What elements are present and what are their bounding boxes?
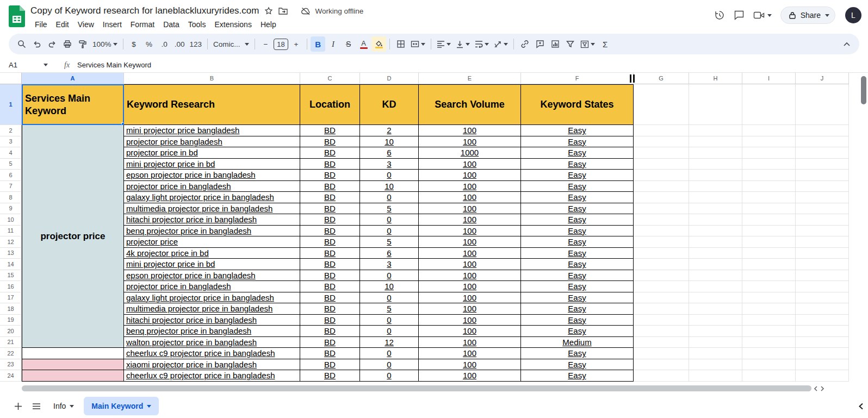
menu-file[interactable]: File (30, 18, 52, 30)
cell-j11[interactable] (796, 226, 849, 237)
cell-j5[interactable] (796, 159, 849, 170)
row-header-4[interactable]: 4 (0, 147, 22, 159)
cell-f20[interactable]: Easy (521, 326, 634, 337)
cell-a13[interactable] (22, 248, 124, 259)
cell-c22[interactable]: BD (300, 348, 360, 359)
cell-c2[interactable]: BD (300, 125, 360, 136)
row-header-3[interactable]: 3 (0, 136, 22, 148)
cell-b15[interactable]: epson projector price in bangladesh (124, 270, 300, 282)
cell-d9[interactable]: 5 (360, 203, 419, 215)
cell-g6[interactable] (634, 170, 689, 181)
cell-d24[interactable]: 0 (360, 370, 419, 382)
cell-f1[interactable]: Keyword States (521, 84, 634, 125)
cell-j22[interactable] (796, 348, 849, 359)
cell-d16[interactable]: 10 (360, 281, 419, 292)
cell-c9[interactable]: BD (300, 203, 360, 215)
cell-h11[interactable] (689, 226, 742, 237)
cell-b10[interactable]: hitachi projector price in bangladesh (124, 214, 300, 226)
cell-h21[interactable] (689, 337, 742, 348)
cell-h20[interactable] (689, 326, 742, 337)
cell-e10[interactable]: 100 (419, 214, 521, 226)
cell-j2[interactable] (796, 125, 849, 136)
cell-b7[interactable]: projector price in bangladesh (124, 181, 300, 192)
cell-h2[interactable] (689, 125, 742, 136)
cell-a4[interactable] (22, 147, 124, 159)
borders-button[interactable] (393, 36, 408, 52)
cell-h17[interactable] (689, 292, 742, 304)
column-header-g[interactable]: G (634, 73, 689, 84)
column-header-d[interactable]: D (360, 73, 419, 84)
row-header-11[interactable]: 11 (0, 226, 22, 237)
cell-b4[interactable]: projector price in bd (124, 147, 300, 159)
cell-h3[interactable] (689, 136, 742, 148)
cell-i20[interactable] (742, 326, 796, 337)
cell-i1[interactable] (742, 84, 796, 125)
cell-e17[interactable]: 100 (419, 292, 521, 304)
row-header-15[interactable]: 15 (0, 270, 22, 282)
cell-e19[interactable]: 100 (419, 315, 521, 326)
menu-insert[interactable]: Insert (98, 18, 126, 30)
cell-e22[interactable]: 100 (419, 348, 521, 359)
cell-i7[interactable] (742, 181, 796, 192)
filter-views-button[interactable] (578, 36, 597, 52)
cell-a1-selected[interactable]: Services Main Keyword (22, 84, 124, 125)
cell-j1[interactable] (796, 84, 849, 125)
cell-b8[interactable]: galaxy light projector price in banglade… (124, 192, 300, 203)
sheet-tab-info[interactable]: Info (46, 397, 82, 415)
cell-g16[interactable] (634, 281, 689, 292)
cell-h22[interactable] (689, 348, 742, 359)
cell-h12[interactable] (689, 236, 742, 248)
column-header-j[interactable]: J (796, 73, 849, 84)
menu-help[interactable]: Help (256, 18, 281, 30)
cell-b5[interactable]: mini projector price in bd (124, 159, 300, 170)
cell-i6[interactable] (742, 170, 796, 181)
cell-i12[interactable] (742, 236, 796, 248)
cell-a12[interactable] (22, 236, 124, 248)
cell-e1[interactable]: Search Volume (419, 84, 521, 125)
star-icon[interactable] (264, 7, 273, 15)
text-wrap-button[interactable] (473, 36, 491, 52)
cell-d6[interactable]: 0 (360, 170, 419, 181)
cell-i4[interactable] (742, 147, 796, 159)
cell-c15[interactable]: BD (300, 270, 360, 282)
cell-g10[interactable] (634, 214, 689, 226)
cell-b3[interactable]: projector price bangladesh (124, 136, 300, 148)
cell-j6[interactable] (796, 170, 849, 181)
cell-j4[interactable] (796, 147, 849, 159)
horizontal-align-button[interactable] (435, 36, 453, 52)
cell-g20[interactable] (634, 326, 689, 337)
cell-f17[interactable]: Easy (521, 292, 634, 304)
collapse-toolbar-button[interactable] (839, 36, 854, 52)
cell-a14[interactable] (22, 259, 124, 270)
cell-d7[interactable]: 10 (360, 181, 419, 192)
cell-c6[interactable]: BD (300, 170, 360, 181)
cell-c19[interactable]: BD (300, 315, 360, 326)
name-box[interactable]: A1 (7, 61, 53, 69)
cell-i13[interactable] (742, 248, 796, 259)
cell-f7[interactable]: Easy (521, 181, 634, 192)
cell-i9[interactable] (742, 203, 796, 215)
comments-icon[interactable] (734, 10, 745, 21)
formula-input[interactable]: Services Main Keyword (77, 61, 151, 69)
cell-i14[interactable] (742, 259, 796, 270)
cell-j16[interactable] (796, 281, 849, 292)
cell-g15[interactable] (634, 270, 689, 282)
cell-f2[interactable]: Easy (521, 125, 634, 136)
cell-a21[interactable] (22, 337, 124, 348)
cell-h5[interactable] (689, 159, 742, 170)
insert-comment-button[interactable] (532, 36, 547, 52)
cell-a15[interactable] (22, 270, 124, 282)
currency-format-button[interactable]: $ (127, 36, 141, 52)
cell-b16[interactable]: projector price in bangladesh (124, 281, 300, 292)
row-header-9[interactable]: 9 (0, 203, 22, 215)
cell-a9[interactable] (22, 203, 124, 215)
column-header-e[interactable]: E (419, 73, 521, 84)
row-header-21[interactable]: 21 (0, 337, 22, 348)
cell-b21[interactable]: walton projector price in bangladesh (124, 337, 300, 348)
cell-c14[interactable]: BD (300, 259, 360, 270)
meet-camera-icon[interactable] (753, 11, 772, 20)
cell-b13[interactable]: 4k projector price in bd (124, 248, 300, 259)
row-header-8[interactable]: 8 (0, 192, 22, 203)
cell-j24[interactable] (796, 370, 849, 382)
cell-d11[interactable]: 0 (360, 226, 419, 237)
